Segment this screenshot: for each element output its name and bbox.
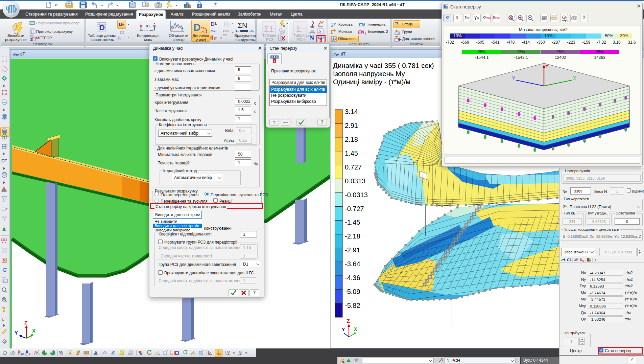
svg-text:Y: Y: [342, 327, 345, 332]
svg-text:D: D: [119, 21, 122, 27]
svg-text:-2.91: -2.91: [345, 246, 360, 254]
svg-text:L: L: [2, 317, 4, 322]
svg-text:-4.36: -4.36: [345, 274, 360, 281]
svg-text:Ізополя напружень My: Ізополя напружень My: [333, 70, 405, 77]
svg-text:t: t: [206, 28, 207, 34]
svg-text:1:2: 1:2: [36, 353, 40, 356]
svg-text:12: 12: [20, 352, 24, 356]
svg-text:X: X: [354, 326, 357, 332]
svg-text:ξ: ξ: [229, 22, 231, 27]
svg-text:XY: XY: [239, 351, 242, 353]
svg-text:ΣN: ΣN: [238, 21, 247, 29]
svg-text:XZ: XZ: [227, 351, 230, 353]
svg-text:C1: C1: [567, 258, 572, 262]
svg-text:0.727: 0.727: [345, 163, 362, 171]
svg-text:Z: Z: [545, 64, 548, 69]
svg-text:α: α: [214, 36, 217, 41]
svg-text:fx: fx: [318, 29, 321, 33]
svg-text:Z: Z: [347, 318, 350, 324]
svg-text:EN: EN: [358, 29, 364, 35]
svg-text:Y: Y: [15, 330, 18, 336]
svg-text:-0.0313: -0.0313: [345, 191, 368, 199]
svg-text:D: D: [193, 22, 201, 33]
svg-text:S: S: [331, 22, 333, 25]
svg-text:2.18: 2.18: [345, 136, 358, 143]
svg-text:m: m: [146, 23, 150, 28]
svg-text:X: X: [32, 328, 35, 334]
svg-text:Σ: Σ: [30, 37, 33, 41]
svg-text:-0.727: -0.727: [345, 205, 364, 212]
svg-text:-1.45: -1.45: [345, 219, 360, 226]
svg-text:-5.82: -5.82: [345, 302, 360, 309]
svg-text:EN: EN: [359, 22, 365, 27]
svg-text:Динаміка у часі 355 ( 0.781 се: Динаміка у часі 355 ( 0.781 сек): [333, 62, 434, 69]
svg-text:№: №: [342, 361, 345, 364]
svg-text:0.0313: 0.0313: [345, 177, 365, 185]
svg-text:Y: Y: [512, 75, 515, 81]
svg-text:-3.64: -3.64: [345, 260, 360, 268]
svg-text:Σ: Σ: [296, 24, 302, 34]
svg-text:24: 24: [16, 54, 19, 56]
svg-text:-5.09: -5.09: [345, 288, 360, 295]
svg-text:-2.18: -2.18: [345, 232, 360, 240]
svg-text:3.14: 3.14: [345, 108, 358, 115]
svg-text:24: 24: [337, 54, 339, 56]
svg-text:Σ1: Σ1: [264, 24, 273, 33]
svg-text:EF: EF: [1, 158, 7, 163]
svg-text:55: 55: [59, 350, 63, 354]
svg-text:2.91: 2.91: [345, 122, 358, 129]
svg-text:D: D: [211, 21, 215, 27]
svg-text:X: X: [573, 75, 576, 81]
svg-text:Одиниці виміру - (т*м)/м: Одиниці виміру - (т*м)/м: [333, 78, 410, 86]
svg-text:KD: KD: [580, 258, 585, 263]
svg-text:1.45: 1.45: [345, 150, 358, 157]
svg-text:Z: Z: [24, 320, 27, 325]
svg-text:D: D: [99, 23, 105, 32]
svg-text:3: 3: [29, 352, 30, 356]
svg-text:σ: σ: [283, 24, 285, 28]
svg-text:2: 2: [364, 32, 366, 35]
